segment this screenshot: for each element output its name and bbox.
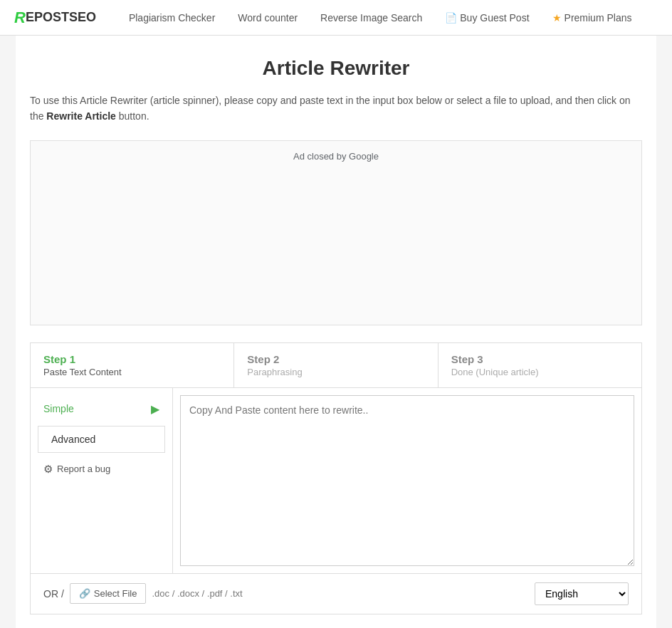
- step-2[interactable]: Step 2 Paraphrasing: [234, 343, 438, 387]
- sidebar-report-label: Report a bug: [57, 464, 110, 474]
- site-logo[interactable]: R EPOSTSEO: [14, 9, 96, 27]
- steps-header: Step 1 Paste Text Content Step 2 Paraphr…: [31, 343, 641, 388]
- sidebar-simple-label: Simple: [43, 403, 74, 414]
- page-title: Article Rewriter: [30, 57, 642, 80]
- logo-r-letter: R: [14, 9, 26, 27]
- rewrite-textarea[interactable]: [180, 395, 634, 566]
- main-wrapper: Article Rewriter To use this Article Rew…: [16, 36, 656, 628]
- sidebar-advanced[interactable]: Advanced: [38, 426, 165, 453]
- or-label: OR /: [43, 588, 64, 600]
- step-2-title: Step 2: [247, 353, 424, 365]
- google-text: Google: [349, 151, 379, 162]
- file-types-label: .doc / .docx / .pdf / .txt: [152, 588, 242, 599]
- or-file-section: OR / 🔗 Select File .doc / .docx / .pdf /…: [43, 583, 243, 604]
- nav-buy-guest-label: Buy Guest Post: [460, 12, 529, 23]
- nav-premium-label: Premium Plans: [565, 12, 632, 23]
- bug-icon: ⚙: [43, 463, 53, 476]
- step-3[interactable]: Step 3 Done (Unique article): [439, 343, 641, 387]
- sidebar-simple[interactable]: Simple ▶: [31, 395, 172, 423]
- ad-area: Ad closed by Google: [30, 140, 642, 325]
- ad-closed-label: Ad closed by Google: [293, 151, 379, 162]
- step-1-subtitle: Paste Text Content: [43, 367, 221, 377]
- logo-text: EPOSTSEO: [26, 10, 96, 25]
- step-3-title: Step 3: [451, 353, 629, 365]
- main-nav: Plagiarism Checker Word counter Reverse …: [117, 2, 644, 33]
- description: To use this Article Rewriter (article sp…: [30, 93, 642, 125]
- step-1[interactable]: Step 1 Paste Text Content: [31, 343, 234, 387]
- star-icon: ★: [552, 12, 562, 23]
- sidebar: Simple ▶ Advanced ⚙ Report a bug: [31, 388, 173, 573]
- language-select[interactable]: English French Spanish German Italian Po…: [535, 582, 629, 605]
- select-file-button[interactable]: 🔗 Select File: [70, 583, 147, 604]
- nav-reverse-image[interactable]: Reverse Image Search: [309, 2, 434, 33]
- nav-word-counter[interactable]: Word counter: [226, 2, 309, 33]
- step-1-title: Step 1: [43, 353, 221, 365]
- select-file-label: Select File: [94, 588, 137, 599]
- nav-buy-guest[interactable]: 📄 Buy Guest Post: [434, 2, 540, 33]
- bottom-bar: OR / 🔗 Select File .doc / .docx / .pdf /…: [31, 573, 641, 614]
- arrow-icon: ▶: [151, 402, 159, 416]
- desc-part2: button.: [116, 110, 149, 122]
- site-header: R EPOSTSEO Plagiarism Checker Word count…: [0, 0, 672, 36]
- step-2-subtitle: Paraphrasing: [247, 367, 424, 377]
- doc-icon: 📄: [445, 12, 457, 23]
- ad-closed-text: Ad closed by: [293, 151, 346, 162]
- tool-container: Step 1 Paste Text Content Step 2 Paraphr…: [30, 342, 642, 614]
- sidebar-report-bug[interactable]: ⚙ Report a bug: [31, 456, 172, 483]
- step-3-subtitle: Done (Unique article): [451, 367, 629, 377]
- desc-bold: Rewrite Article: [46, 110, 116, 122]
- language-selector-wrapper: English French Spanish German Italian Po…: [535, 582, 629, 605]
- nav-plagiarism[interactable]: Plagiarism Checker: [117, 2, 226, 33]
- content-area: [173, 388, 641, 573]
- tool-body: Simple ▶ Advanced ⚙ Report a bug: [31, 388, 641, 573]
- link-icon: 🔗: [79, 588, 90, 599]
- sidebar-advanced-label: Advanced: [51, 434, 95, 445]
- nav-premium[interactable]: ★ Premium Plans: [541, 2, 644, 33]
